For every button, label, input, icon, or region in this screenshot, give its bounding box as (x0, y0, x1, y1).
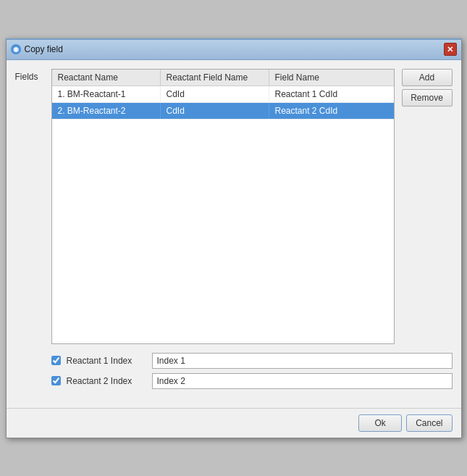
action-buttons: Add Remove (402, 69, 453, 344)
table-row[interactable]: 2. BM-Reactant-2CdIdReactant 2 CdId (52, 103, 394, 120)
fields-label: Fields (15, 69, 44, 344)
add-button[interactable]: Add (402, 69, 453, 86)
index-row-reactant1: Reactant 1 Index (51, 353, 453, 369)
dialog-title: Copy field (25, 44, 63, 54)
dialog-icon: ◉ (11, 44, 21, 54)
copy-field-dialog: ◉ Copy field ✕ Fields Reactant Name Reac… (6, 38, 462, 438)
cell-field-name: Reactant 2 CdId (269, 103, 394, 119)
index-input-reactant2[interactable] (152, 373, 453, 389)
table-header: Reactant Name Reactant Field Name Field … (52, 70, 394, 86)
close-button[interactable]: ✕ (444, 43, 457, 56)
cell-reactant-name: 1. BM-Reactant-1 (52, 86, 161, 102)
cell-field-name: Reactant 1 CdId (269, 86, 394, 102)
index-checkbox-reactant1[interactable] (51, 356, 61, 365)
table-rows-container: 1. BM-Reactant-1CdIdReactant 1 CdId2. BM… (52, 86, 394, 120)
col-header-reactant-name: Reactant Name (52, 70, 161, 85)
index-label-reactant1: Reactant 1 Index (67, 356, 146, 366)
index-label-reactant2: Reactant 2 Index (67, 376, 146, 386)
cell-reactant-field-name: CdId (161, 86, 269, 102)
index-section: Reactant 1 IndexReactant 2 Index (15, 353, 453, 389)
col-header-reactant-field-name: Reactant Field Name (161, 70, 269, 85)
cancel-button[interactable]: Cancel (406, 414, 452, 432)
cell-reactant-name: 2. BM-Reactant-2 (52, 103, 161, 119)
index-input-reactant1[interactable] (152, 353, 453, 369)
table-row[interactable]: 1. BM-Reactant-1CdIdReactant 1 CdId (52, 86, 394, 103)
index-checkbox-reactant2[interactable] (51, 376, 61, 385)
index-row-reactant2: Reactant 2 Index (51, 373, 453, 389)
cell-reactant-field-name: CdId (161, 103, 269, 119)
dialog-footer: Ok Cancel (7, 408, 461, 438)
title-bar-left: ◉ Copy field (11, 44, 63, 54)
ok-button[interactable]: Ok (358, 414, 402, 432)
dialog-body: Fields Reactant Name Reactant Field Name… (7, 60, 461, 408)
title-bar: ◉ Copy field ✕ (7, 40, 461, 60)
fields-table[interactable]: Reactant Name Reactant Field Name Field … (51, 69, 395, 344)
remove-button[interactable]: Remove (402, 89, 453, 107)
col-header-field-name: Field Name (269, 70, 394, 85)
fields-section: Fields Reactant Name Reactant Field Name… (15, 69, 453, 344)
